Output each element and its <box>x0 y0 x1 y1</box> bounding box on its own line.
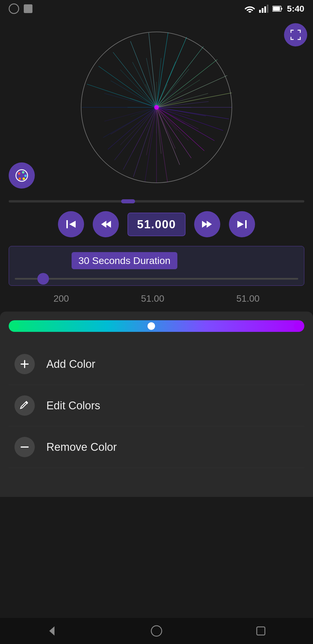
svg-line-32 <box>156 59 217 107</box>
square-status-icon <box>24 4 32 13</box>
svg-marker-83 <box>101 221 106 228</box>
battery-icon <box>272 5 283 12</box>
svg-line-40 <box>156 107 161 154</box>
svg-line-48 <box>111 81 156 107</box>
remove-color-icon-circle <box>14 437 35 457</box>
skip-back-icon <box>65 218 77 230</box>
svg-line-39 <box>156 107 175 149</box>
svg-point-94 <box>151 626 162 636</box>
fullscreen-button[interactable] <box>284 23 307 46</box>
svg-line-44 <box>111 107 156 134</box>
clock: 5:40 <box>287 4 304 14</box>
duration-slider-thumb[interactable] <box>37 273 49 285</box>
svg-rect-5 <box>281 8 282 10</box>
svg-line-20 <box>114 107 156 160</box>
svg-point-79 <box>23 178 25 180</box>
visualization-area <box>0 17 313 197</box>
svg-marker-84 <box>106 221 111 228</box>
add-color-icon-circle <box>14 354 35 374</box>
back-button[interactable] <box>43 622 61 640</box>
svg-line-63 <box>146 107 156 131</box>
status-left-icons <box>9 3 32 14</box>
add-color-item[interactable]: Add Color <box>9 343 304 385</box>
color-panel: Add Color Edit Colors Remove Color <box>0 312 313 497</box>
svg-point-77 <box>22 171 24 173</box>
gradient-stop-left[interactable] <box>12 322 19 330</box>
skip-forward-button[interactable] <box>229 211 255 237</box>
gradient-stop-right[interactable] <box>294 322 301 330</box>
svg-line-49 <box>120 70 156 107</box>
svg-line-29 <box>156 32 168 107</box>
svg-marker-93 <box>49 626 54 636</box>
svg-point-78 <box>24 175 27 177</box>
duration-tooltip: 30 Seconds Duration <box>72 252 178 269</box>
svg-point-74 <box>154 105 159 110</box>
svg-rect-1 <box>262 8 263 13</box>
timeline-track[interactable] <box>9 200 304 202</box>
svg-line-61 <box>156 107 167 133</box>
add-icon <box>19 359 30 369</box>
svg-line-38 <box>156 107 188 140</box>
svg-line-28 <box>149 33 156 107</box>
value2-stat: 51.00 <box>236 293 260 304</box>
svg-rect-3 <box>267 5 268 13</box>
circle-status-icon <box>9 3 19 14</box>
add-color-label: Add Color <box>46 358 95 370</box>
skip-back-button[interactable] <box>58 211 84 237</box>
spirograph-display <box>75 26 238 189</box>
rewind-button[interactable] <box>93 211 119 237</box>
time-display: 51.000 <box>128 213 185 236</box>
stats-row: 200 51.00 51.00 <box>0 289 313 309</box>
home-icon <box>150 625 163 637</box>
svg-rect-95 <box>257 627 265 635</box>
recents-button[interactable] <box>252 622 270 640</box>
status-bar: 5:40 <box>0 0 313 17</box>
svg-rect-0 <box>259 10 261 13</box>
speed-stat: 200 <box>53 293 69 304</box>
gradient-stop-mid[interactable] <box>148 322 155 330</box>
svg-line-15 <box>156 107 168 182</box>
svg-line-10 <box>156 107 223 131</box>
remove-color-label: Remove Color <box>46 441 117 453</box>
svg-rect-2 <box>264 6 266 13</box>
svg-marker-82 <box>69 221 76 228</box>
svg-line-47 <box>104 93 156 107</box>
timeline-section <box>0 200 313 202</box>
wifi-icon <box>245 5 255 13</box>
edit-colors-label: Edit Colors <box>46 399 100 412</box>
fast-forward-button[interactable] <box>194 211 220 237</box>
gradient-bar[interactable] <box>9 320 304 332</box>
home-button[interactable] <box>148 622 165 640</box>
duration-slider-track[interactable] <box>15 278 298 280</box>
svg-marker-86 <box>207 221 212 228</box>
status-right-icons: 5:40 <box>245 4 304 14</box>
bottom-nav <box>0 618 313 644</box>
svg-rect-81 <box>66 220 68 228</box>
timeline-thumb[interactable] <box>121 199 135 203</box>
svg-line-27 <box>130 41 156 107</box>
duration-panel: 30 Seconds Duration <box>9 246 304 286</box>
svg-line-33 <box>156 75 227 107</box>
svg-rect-87 <box>245 220 247 228</box>
playback-controls: 51.000 <box>0 202 313 243</box>
svg-line-31 <box>156 46 203 107</box>
svg-point-80 <box>19 178 21 180</box>
svg-line-25 <box>99 66 156 107</box>
svg-marker-88 <box>237 221 244 228</box>
skip-forward-icon <box>236 218 248 230</box>
svg-line-43 <box>120 107 156 145</box>
svg-line-41 <box>146 107 156 155</box>
remove-color-item[interactable]: Remove Color <box>9 426 304 468</box>
fullscreen-icon <box>290 29 301 41</box>
signal-icon <box>259 5 268 13</box>
value1-stat: 51.00 <box>141 293 164 304</box>
svg-marker-85 <box>202 221 207 228</box>
svg-point-76 <box>18 172 20 175</box>
edit-colors-icon-circle <box>14 395 35 416</box>
palette-button[interactable] <box>9 162 35 189</box>
back-icon <box>46 625 59 637</box>
svg-line-26 <box>113 52 156 107</box>
svg-line-21 <box>108 107 156 149</box>
rewind-icon <box>100 218 112 230</box>
edit-colors-item[interactable]: Edit Colors <box>9 385 304 426</box>
